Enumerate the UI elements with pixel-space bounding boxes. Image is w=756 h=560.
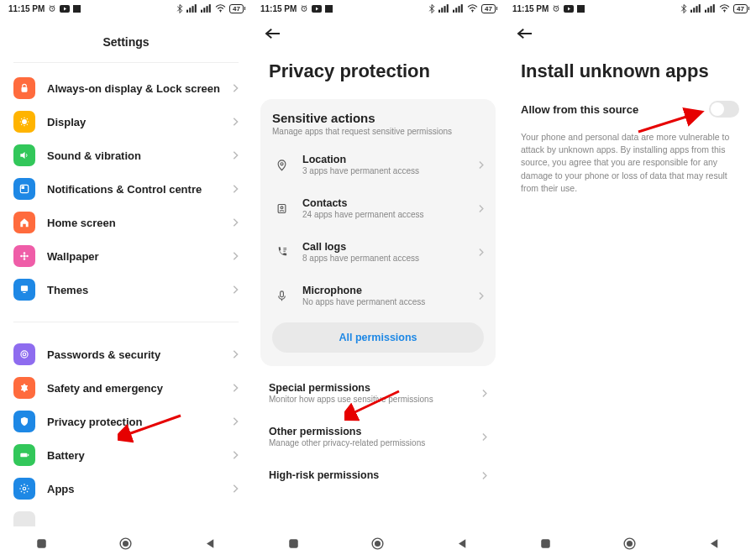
svg-point-15 xyxy=(23,254,26,258)
chevron-right-icon xyxy=(478,204,484,213)
row-location[interactable]: Location3 apps have permanent access xyxy=(272,143,484,186)
sensitive-actions-card: Sensitive actions Manage apps that reque… xyxy=(260,99,496,366)
chevron-right-icon xyxy=(232,450,239,460)
chevron-right-icon xyxy=(478,160,484,170)
status-bar: 11:15 PM 47 xyxy=(252,0,504,17)
signal-icon xyxy=(438,4,449,13)
row-themes[interactable]: Themes xyxy=(13,273,239,306)
row-call-logs[interactable]: Call logs8 apps have permanent access xyxy=(272,230,484,274)
svg-rect-53 xyxy=(699,4,701,13)
chevron-right-icon xyxy=(232,117,239,127)
row-cutoff[interactable] xyxy=(13,505,239,526)
back-icon[interactable] xyxy=(264,27,282,40)
svg-rect-39 xyxy=(461,4,463,13)
square-icon xyxy=(73,5,81,13)
battery-icon: 47 xyxy=(229,4,244,13)
square-icon xyxy=(577,5,585,13)
signal-icon xyxy=(186,4,197,13)
row-apps[interactable]: Apps xyxy=(13,472,239,505)
home-button[interactable] xyxy=(118,536,133,551)
svg-rect-57 xyxy=(713,4,715,13)
svg-rect-34 xyxy=(444,6,446,13)
svg-rect-51 xyxy=(693,8,695,13)
back-button[interactable] xyxy=(456,537,469,550)
back-button[interactable] xyxy=(708,537,721,550)
signal-icon xyxy=(690,4,701,13)
svg-point-26 xyxy=(23,487,26,490)
row-other-permissions[interactable]: Other permissionsManage other privacy-re… xyxy=(260,415,496,458)
svg-rect-52 xyxy=(696,6,698,13)
row-privacy-protection[interactable]: Privacy protection xyxy=(13,405,239,438)
row-wallpaper[interactable]: Wallpaper xyxy=(13,239,239,273)
signal-icon xyxy=(201,4,212,13)
svg-rect-50 xyxy=(690,10,692,13)
chevron-right-icon xyxy=(232,217,239,228)
chevron-right-icon xyxy=(232,83,239,93)
svg-rect-3 xyxy=(189,8,191,13)
svg-point-17 xyxy=(24,258,26,260)
row-microphone[interactable]: MicrophoneNo apps have permanent access xyxy=(272,274,484,317)
home-button[interactable] xyxy=(622,536,637,551)
nav-bar xyxy=(0,526,252,560)
security-icon xyxy=(13,343,35,365)
svg-point-12 xyxy=(23,120,27,124)
svg-point-61 xyxy=(627,541,633,546)
home-button[interactable] xyxy=(370,536,385,551)
row-display[interactable]: Display xyxy=(13,105,239,139)
svg-rect-38 xyxy=(459,6,460,13)
recents-button[interactable] xyxy=(35,537,48,550)
row-notifications[interactable]: Notifications & Control centre xyxy=(13,172,239,206)
recents-button[interactable] xyxy=(539,537,552,550)
row-home-screen[interactable]: Home screen xyxy=(13,206,239,239)
signal-icon xyxy=(705,4,716,13)
status-time: 11:15 PM xyxy=(260,4,297,13)
svg-rect-11 xyxy=(22,87,28,92)
svg-rect-8 xyxy=(207,6,208,13)
svg-rect-54 xyxy=(705,10,706,13)
warning-text: Your phone and personal data are more vu… xyxy=(504,121,756,195)
row-contacts[interactable]: Contacts24 apps have permanent access xyxy=(272,186,484,230)
row-battery[interactable]: Battery xyxy=(13,438,239,472)
row-passwords-security[interactable]: Passwords & security xyxy=(13,338,239,371)
row-allow-from-source[interactable]: Allow from this source xyxy=(504,97,756,121)
wifi-icon xyxy=(467,4,478,13)
svg-rect-5 xyxy=(195,4,197,13)
location-icon xyxy=(272,159,291,171)
signal-icon xyxy=(453,4,464,13)
row-safety-emergency[interactable]: Safety and emergency xyxy=(13,371,239,405)
svg-point-23 xyxy=(23,353,26,356)
wifi-icon xyxy=(719,4,730,13)
svg-rect-33 xyxy=(441,8,443,13)
svg-point-16 xyxy=(24,252,26,254)
svg-rect-55 xyxy=(707,8,709,13)
battery-icon: 47 xyxy=(481,4,496,13)
youtube-icon xyxy=(60,5,70,13)
row-sound[interactable]: Sound & vibration xyxy=(13,139,239,172)
all-permissions-button[interactable]: All permissions xyxy=(272,322,484,353)
chevron-right-icon xyxy=(232,150,239,160)
row-high-risk-permissions[interactable]: High-risk permissions xyxy=(260,458,496,492)
page-title: Settings xyxy=(13,17,239,63)
row-always-on-display[interactable]: Always-on display & Lock screen xyxy=(13,71,239,105)
chevron-right-icon xyxy=(232,285,239,295)
control-centre-icon xyxy=(13,178,35,200)
svg-point-22 xyxy=(21,351,28,358)
row-special-permissions[interactable]: Special permissionsMonitor how apps use … xyxy=(260,371,496,415)
youtube-icon xyxy=(312,5,322,13)
svg-point-10 xyxy=(220,11,222,13)
allow-source-toggle[interactable] xyxy=(709,101,739,118)
page-title: Privacy protection xyxy=(252,44,504,97)
flower-icon xyxy=(13,245,35,267)
recents-button[interactable] xyxy=(287,537,300,550)
svg-rect-4 xyxy=(192,6,194,13)
svg-rect-9 xyxy=(209,4,211,13)
svg-point-58 xyxy=(724,11,726,13)
privacy-content: Sensitive actions Manage apps that reque… xyxy=(252,97,504,526)
svg-point-43 xyxy=(281,206,283,208)
back-icon[interactable] xyxy=(516,27,534,40)
phone-1-settings: 11:15 PM 47 Settings Always-on display &… xyxy=(0,0,252,560)
back-button[interactable] xyxy=(204,537,217,550)
chevron-right-icon xyxy=(478,248,484,257)
settings-list: Always-on display & Lock screen Display … xyxy=(0,63,252,526)
status-time: 11:15 PM xyxy=(8,4,45,13)
